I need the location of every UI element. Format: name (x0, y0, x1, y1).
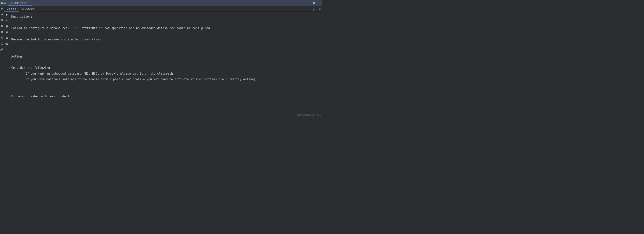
svg-point-1 (11, 3, 12, 4)
layout-icon[interactable] (0, 42, 4, 45)
tab-actuator-label: Actuator (25, 7, 35, 10)
soft-wrap-icon[interactable] (5, 25, 8, 28)
scroll-to-end-icon[interactable] (5, 31, 8, 34)
svg-rect-2 (318, 3, 320, 3)
tab-console[interactable]: Console (4, 6, 19, 12)
gear-icon[interactable] (312, 1, 316, 4)
svg-rect-3 (1, 19, 3, 21)
up-icon[interactable] (5, 13, 8, 16)
pin-icon[interactable] (0, 48, 4, 51)
ime-indicator: En ·, 半 (313, 8, 321, 11)
stop-icon[interactable] (0, 19, 4, 22)
spring-boot-icon (10, 1, 13, 4)
svg-rect-4 (1, 42, 2, 43)
close-icon[interactable]: ✕ (28, 1, 30, 4)
exit-icon[interactable] (0, 36, 4, 39)
run-label: Run: (1, 1, 6, 4)
trash-icon[interactable] (5, 42, 8, 45)
svg-point-9 (22, 9, 23, 9)
svg-rect-6 (1, 44, 2, 44)
print-icon[interactable] (5, 36, 8, 40)
svg-point-8 (22, 9, 22, 9)
down-icon[interactable] (5, 19, 8, 22)
console-toolbar (4, 12, 10, 117)
wrench-icon[interactable] (0, 13, 4, 16)
svg-rect-7 (2, 44, 3, 44)
ime-tail: ·, 半 (316, 8, 321, 11)
console-tab-bar: Console Actuator (4, 6, 322, 12)
run-config-tab[interactable]: UatrSystem ✕ (8, 0, 32, 6)
dump-threads-icon[interactable] (0, 24, 4, 28)
minimize-icon[interactable] (317, 1, 320, 4)
svg-point-10 (23, 9, 24, 9)
run-config-title: UatrSystem (14, 1, 27, 4)
camera-icon[interactable] (0, 30, 4, 33)
tab-console-label: Console (6, 7, 16, 10)
run-side-toolbar (0, 6, 4, 117)
tab-actuator[interactable]: Actuator (19, 6, 37, 12)
actuator-icon (22, 7, 24, 10)
console-output[interactable]: Description: Failed to configure a DataS… (10, 12, 322, 117)
tool-window-header: Run: UatrSystem ✕ (0, 0, 322, 6)
watermark: CSDN @Dijkstra's Monk-ey (297, 114, 321, 116)
ime-lang: En (313, 8, 316, 11)
svg-rect-5 (2, 42, 3, 43)
rerun-icon[interactable] (0, 7, 4, 10)
